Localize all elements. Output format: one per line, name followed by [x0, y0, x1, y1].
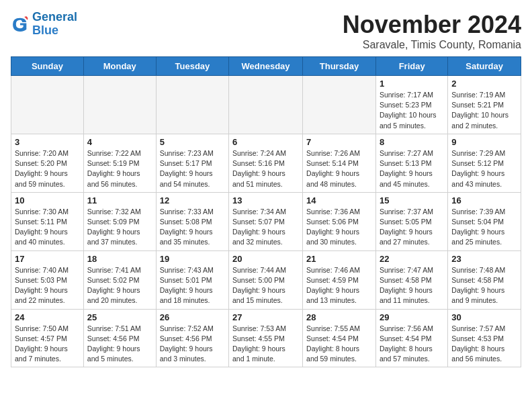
calendar-day-cell: 5Sunrise: 7:23 AMSunset: 5:17 PMDaylight…: [156, 134, 228, 192]
weekday-header: Monday: [83, 57, 156, 76]
weekday-header: Friday: [375, 57, 447, 76]
calendar-day-cell: 2Sunrise: 7:19 AMSunset: 5:21 PMDaylight…: [448, 76, 521, 134]
calendar-day-cell: 14Sunrise: 7:36 AMSunset: 5:06 PMDayligh…: [303, 192, 376, 250]
weekday-header: Sunday: [11, 57, 84, 76]
calendar-day-cell: 13Sunrise: 7:34 AMSunset: 5:07 PMDayligh…: [229, 192, 303, 250]
weekday-header: Saturday: [448, 57, 521, 76]
day-number: 6: [232, 137, 299, 147]
calendar-week-row: 10Sunrise: 7:30 AMSunset: 5:11 PMDayligh…: [11, 192, 521, 250]
day-number: 10: [15, 195, 80, 205]
day-number: 5: [160, 137, 225, 147]
day-number: 29: [380, 312, 444, 322]
calendar-day-cell: 27Sunrise: 7:53 AMSunset: 4:55 PMDayligh…: [229, 309, 303, 367]
logo-text-line1: General: [32, 11, 77, 24]
day-number: 3: [15, 137, 80, 147]
calendar-day-cell: 25Sunrise: 7:51 AMSunset: 4:56 PMDayligh…: [83, 309, 156, 367]
calendar-day-cell: 16Sunrise: 7:39 AMSunset: 5:04 PMDayligh…: [448, 192, 521, 250]
weekday-header: Tuesday: [156, 57, 228, 76]
weekday-header: Wednesday: [229, 57, 303, 76]
day-info: Sunrise: 7:44 AMSunset: 5:00 PMDaylight:…: [232, 265, 299, 306]
day-info: Sunrise: 7:55 AMSunset: 4:54 PMDaylight:…: [306, 324, 372, 365]
calendar-day-cell: 19Sunrise: 7:43 AMSunset: 5:01 PMDayligh…: [156, 250, 228, 309]
calendar-header-row: SundayMondayTuesdayWednesdayThursdayFrid…: [11, 57, 521, 76]
calendar-day-cell: 23Sunrise: 7:48 AMSunset: 4:58 PMDayligh…: [448, 250, 521, 309]
calendar-week-row: 3Sunrise: 7:20 AMSunset: 5:20 PMDaylight…: [11, 134, 521, 192]
calendar-week-row: 1Sunrise: 7:17 AMSunset: 5:23 PMDaylight…: [11, 76, 521, 134]
calendar-day-cell: [229, 76, 303, 134]
day-info: Sunrise: 7:32 AMSunset: 5:09 PMDaylight:…: [87, 207, 152, 248]
day-number: 16: [451, 195, 517, 205]
calendar-header: SundayMondayTuesdayWednesdayThursdayFrid…: [11, 57, 521, 76]
day-number: 17: [15, 254, 80, 264]
calendar-day-cell: 6Sunrise: 7:24 AMSunset: 5:16 PMDaylight…: [229, 134, 303, 192]
calendar-day-cell: 1Sunrise: 7:17 AMSunset: 5:23 PMDaylight…: [375, 76, 447, 134]
day-number: 30: [451, 312, 517, 322]
calendar-day-cell: [156, 76, 228, 134]
location-subtitle: Saravale, Timis County, Romania: [343, 39, 521, 51]
day-number: 28: [306, 312, 372, 322]
day-info: Sunrise: 7:26 AMSunset: 5:14 PMDaylight:…: [306, 148, 372, 189]
calendar-day-cell: [303, 76, 376, 134]
day-info: Sunrise: 7:40 AMSunset: 5:03 PMDaylight:…: [15, 265, 80, 306]
calendar-day-cell: 28Sunrise: 7:55 AMSunset: 4:54 PMDayligh…: [303, 309, 376, 367]
day-info: Sunrise: 7:19 AMSunset: 5:21 PMDaylight:…: [451, 90, 517, 131]
calendar-day-cell: 20Sunrise: 7:44 AMSunset: 5:00 PMDayligh…: [229, 250, 303, 309]
day-info: Sunrise: 7:33 AMSunset: 5:08 PMDaylight:…: [160, 207, 225, 248]
calendar-day-cell: 30Sunrise: 7:57 AMSunset: 4:53 PMDayligh…: [448, 309, 521, 367]
day-info: Sunrise: 7:30 AMSunset: 5:11 PMDaylight:…: [15, 207, 80, 248]
day-number: 15: [380, 195, 444, 205]
day-info: Sunrise: 7:23 AMSunset: 5:17 PMDaylight:…: [160, 148, 225, 189]
day-number: 8: [380, 137, 444, 147]
calendar-day-cell: 15Sunrise: 7:37 AMSunset: 5:05 PMDayligh…: [375, 192, 447, 250]
day-number: 4: [87, 137, 152, 147]
day-info: Sunrise: 7:41 AMSunset: 5:02 PMDaylight:…: [87, 265, 152, 306]
calendar-day-cell: 21Sunrise: 7:46 AMSunset: 4:59 PMDayligh…: [303, 250, 376, 309]
day-info: Sunrise: 7:50 AMSunset: 4:57 PMDaylight:…: [15, 324, 80, 365]
calendar-week-row: 24Sunrise: 7:50 AMSunset: 4:57 PMDayligh…: [11, 309, 521, 367]
day-number: 19: [160, 254, 225, 264]
day-info: Sunrise: 7:34 AMSunset: 5:07 PMDaylight:…: [232, 207, 299, 248]
day-info: Sunrise: 7:36 AMSunset: 5:06 PMDaylight:…: [306, 207, 372, 248]
page-header: General Blue November 2024 Saravale, Tim…: [11, 11, 521, 51]
day-info: Sunrise: 7:47 AMSunset: 4:58 PMDaylight:…: [380, 265, 444, 306]
day-number: 26: [160, 312, 225, 322]
calendar-day-cell: 17Sunrise: 7:40 AMSunset: 5:03 PMDayligh…: [11, 250, 84, 309]
calendar-table: SundayMondayTuesdayWednesdayThursdayFrid…: [11, 56, 521, 367]
calendar-day-cell: 4Sunrise: 7:22 AMSunset: 5:19 PMDaylight…: [83, 134, 156, 192]
calendar-day-cell: [11, 76, 84, 134]
day-number: 11: [87, 195, 152, 205]
day-info: Sunrise: 7:22 AMSunset: 5:19 PMDaylight:…: [87, 148, 152, 189]
calendar-day-cell: 7Sunrise: 7:26 AMSunset: 5:14 PMDaylight…: [303, 134, 376, 192]
day-info: Sunrise: 7:51 AMSunset: 4:56 PMDaylight:…: [87, 324, 152, 365]
day-info: Sunrise: 7:43 AMSunset: 5:01 PMDaylight:…: [160, 265, 225, 306]
day-number: 14: [306, 195, 372, 205]
logo-text-line2: Blue: [32, 24, 77, 38]
day-number: 21: [306, 254, 372, 264]
day-number: 23: [451, 254, 517, 264]
calendar-week-row: 17Sunrise: 7:40 AMSunset: 5:03 PMDayligh…: [11, 250, 521, 309]
day-number: 13: [232, 195, 299, 205]
calendar-day-cell: 3Sunrise: 7:20 AMSunset: 5:20 PMDaylight…: [11, 134, 84, 192]
day-number: 1: [380, 79, 444, 89]
calendar-body: 1Sunrise: 7:17 AMSunset: 5:23 PMDaylight…: [11, 76, 521, 367]
day-number: 2: [451, 79, 517, 89]
weekday-header: Thursday: [303, 57, 376, 76]
calendar-day-cell: 11Sunrise: 7:32 AMSunset: 5:09 PMDayligh…: [83, 192, 156, 250]
calendar-day-cell: 12Sunrise: 7:33 AMSunset: 5:08 PMDayligh…: [156, 192, 228, 250]
title-area: November 2024 Saravale, Timis County, Ro…: [343, 11, 521, 51]
day-info: Sunrise: 7:48 AMSunset: 4:58 PMDaylight:…: [451, 265, 517, 306]
day-number: 24: [15, 312, 80, 322]
calendar-day-cell: 29Sunrise: 7:56 AMSunset: 4:54 PMDayligh…: [375, 309, 447, 367]
calendar-day-cell: [83, 76, 156, 134]
day-info: Sunrise: 7:29 AMSunset: 5:12 PMDaylight:…: [451, 148, 517, 189]
logo: General Blue: [11, 11, 77, 38]
calendar-day-cell: 8Sunrise: 7:27 AMSunset: 5:13 PMDaylight…: [375, 134, 447, 192]
day-number: 9: [451, 137, 517, 147]
day-info: Sunrise: 7:27 AMSunset: 5:13 PMDaylight:…: [380, 148, 444, 189]
day-info: Sunrise: 7:39 AMSunset: 5:04 PMDaylight:…: [451, 207, 517, 248]
calendar-day-cell: 9Sunrise: 7:29 AMSunset: 5:12 PMDaylight…: [448, 134, 521, 192]
day-number: 27: [232, 312, 299, 322]
month-title: November 2024: [343, 11, 521, 39]
calendar-day-cell: 22Sunrise: 7:47 AMSunset: 4:58 PMDayligh…: [375, 250, 447, 309]
day-info: Sunrise: 7:53 AMSunset: 4:55 PMDaylight:…: [232, 324, 299, 365]
